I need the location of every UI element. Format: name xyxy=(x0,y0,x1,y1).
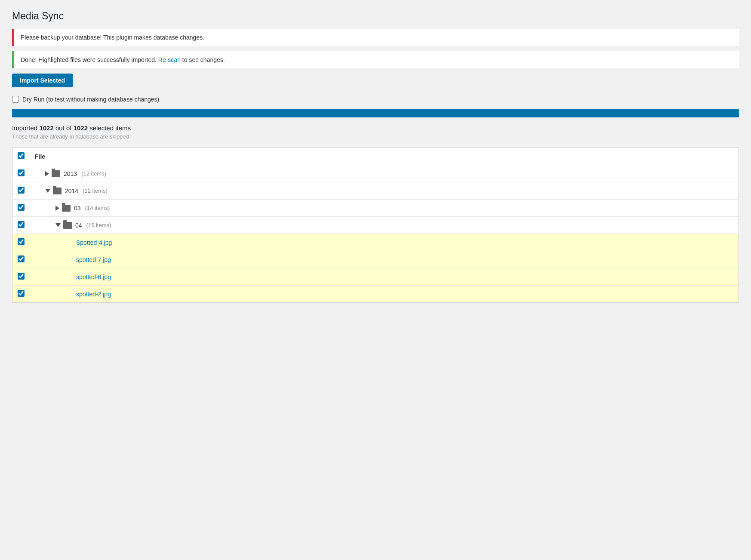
file-link[interactable]: spotted-2.jpg xyxy=(76,291,111,298)
table-row: Spotted-4.jpg xyxy=(12,234,739,251)
row-checkbox[interactable] xyxy=(18,204,25,211)
imported-summary: Imported 1022 out of 1022 selected items xyxy=(12,124,739,132)
dry-run-checkbox[interactable] xyxy=(12,96,19,103)
file-link[interactable]: spotted-6.jpg xyxy=(76,274,111,280)
table-row: spotted-6.jpg xyxy=(12,268,739,286)
folder-icon xyxy=(53,188,62,194)
folder-name: 04 xyxy=(75,222,82,229)
folder-icon xyxy=(62,205,71,212)
table-row: spotted-2.jpg xyxy=(12,286,739,303)
folder-name: 2013 xyxy=(64,170,77,177)
summary-out-of: out of xyxy=(54,124,74,132)
item-count: (16 items) xyxy=(86,222,111,228)
table-header-row: File xyxy=(12,148,739,165)
row-checkbox[interactable] xyxy=(18,169,25,176)
warning-notice: Please backup your database! This plugin… xyxy=(12,29,739,46)
dry-run-row: Dry Run (to test without making database… xyxy=(12,96,739,103)
expand-icon[interactable] xyxy=(55,206,59,211)
expand-icon[interactable] xyxy=(45,171,49,176)
table-row: 2013(12 items) xyxy=(12,165,739,182)
row-checkbox[interactable] xyxy=(18,187,25,194)
warning-text: Please backup your database! This plugin… xyxy=(21,34,204,41)
file-table: File 2013(12 items)2014(12 items)03(14 i… xyxy=(12,148,739,303)
success-notice: Done! Highlighted files were successfull… xyxy=(12,51,739,68)
collapse-icon[interactable] xyxy=(55,223,61,227)
folder-icon xyxy=(63,222,72,229)
dry-run-label: Dry Run (to test without making database… xyxy=(22,96,159,103)
skip-note: Those that are already in database are s… xyxy=(12,133,739,140)
table-row: 03(14 items) xyxy=(12,200,739,217)
collapse-icon[interactable] xyxy=(45,189,50,193)
header-checkbox-cell xyxy=(12,148,30,165)
summary-selected-items: selected items xyxy=(88,124,131,132)
row-checkbox[interactable] xyxy=(18,221,25,228)
total-count: 1022 xyxy=(74,124,88,132)
header-checkbox[interactable] xyxy=(18,152,25,159)
header-file-label: File xyxy=(30,148,739,165)
row-checkbox[interactable] xyxy=(18,290,25,297)
item-count: (14 items) xyxy=(85,205,110,211)
success-prefix: Done! Highlighted files were successfull… xyxy=(21,56,158,63)
row-checkbox[interactable] xyxy=(18,238,25,245)
file-link[interactable]: spotted-7.jpg xyxy=(76,256,111,263)
success-suffix: to see changes. xyxy=(181,56,225,63)
page-title: Media Sync xyxy=(12,10,739,22)
progress-bar-container xyxy=(12,109,739,117)
table-row: 04(16 items) xyxy=(12,217,739,234)
item-count: (12 items) xyxy=(81,170,106,177)
file-link[interactable]: Spotted-4.jpg xyxy=(76,239,112,246)
summary-label: Imported xyxy=(12,124,39,132)
rescan-link[interactable]: Re-scan xyxy=(158,56,181,63)
import-selected-button[interactable]: Import Selected xyxy=(12,74,73,87)
row-checkbox[interactable] xyxy=(18,255,25,262)
row-checkbox[interactable] xyxy=(18,273,25,280)
item-count: (12 items) xyxy=(83,188,108,194)
imported-count: 1022 xyxy=(39,124,53,132)
folder-name: 03 xyxy=(74,205,81,212)
progress-bar-fill xyxy=(12,109,739,117)
table-row: spotted-7.jpg xyxy=(12,251,739,268)
folder-icon xyxy=(52,170,60,177)
table-row: 2014(12 items) xyxy=(12,182,739,200)
folder-name: 2014 xyxy=(65,188,78,194)
